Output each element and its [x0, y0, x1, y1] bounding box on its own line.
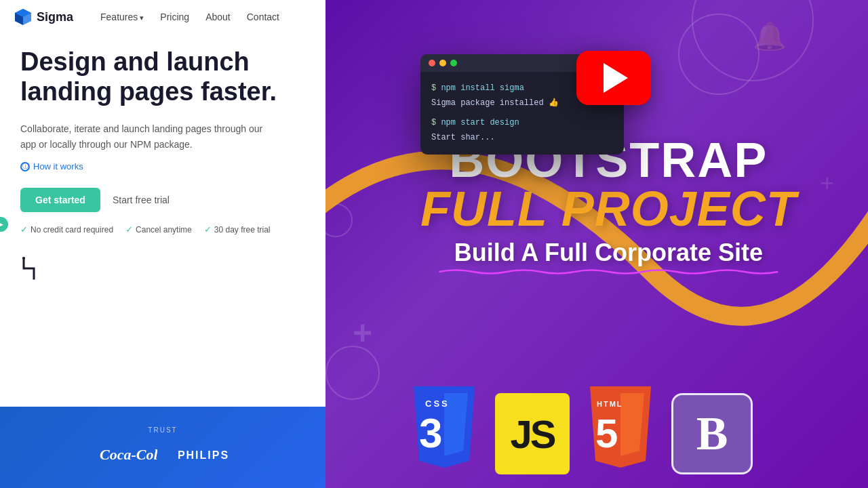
free-trial-label[interactable]: Start free trial: [113, 195, 170, 205]
terminal-line-3: $ npm start design: [431, 116, 613, 131]
play-triangle: [604, 63, 628, 93]
build-text: Build A Full Corporate Site: [420, 239, 797, 275]
hero-title: Design and launch landing pages faster.: [20, 47, 312, 106]
hero-description: Collaborate, iterate and launch landing …: [20, 121, 278, 152]
nav-contact[interactable]: Contact: [247, 12, 279, 22]
badge-free-trial: ✓ 30 day free trial: [204, 224, 271, 235]
bootstrap-badge: B: [671, 393, 753, 474]
css3-icon: CSS 3: [407, 386, 481, 474]
logo-text: Sigma: [37, 10, 73, 24]
logo[interactable]: Sigma: [14, 7, 73, 26]
prompt-2: $: [431, 118, 441, 127]
css3-svg: CSS 3: [407, 386, 481, 474]
left-website-preview: Sigma Features Pricing About Contact Des…: [0, 0, 326, 488]
play-button-small[interactable]: ▶: [0, 217, 8, 232]
svg-text:CSS: CSS: [425, 399, 450, 409]
badge-text-3: 30 day free trial: [214, 225, 271, 235]
nav-pricing[interactable]: Pricing: [160, 12, 189, 22]
svg-point-0: [22, 257, 25, 260]
build-text-label: Build A Full Corporate Site: [454, 239, 763, 266]
navbar: Sigma Features Pricing About Contact: [0, 0, 326, 34]
cmd-1: npm install sigma: [441, 83, 524, 93]
logo-icon: [14, 7, 33, 26]
how-it-works-link[interactable]: ⓘ How it works: [20, 161, 312, 171]
coca-cola-logo: Coca-Cola: [96, 442, 157, 469]
check-icon-2: ✓: [125, 224, 133, 235]
check-icon-3: ✓: [204, 224, 212, 235]
deco-circle-3: [326, 346, 380, 400]
js-icon: JS: [495, 393, 570, 474]
html5-svg: HTML 5: [583, 386, 658, 474]
badge-cancel: ✓ Cancel anytime: [125, 224, 192, 235]
dot-green: [450, 60, 457, 66]
html5-badge: HTML 5: [583, 386, 658, 474]
cmd-2: npm start design: [441, 118, 519, 127]
deco-circle-2: [678, 14, 760, 95]
svg-text:3: 3: [419, 409, 442, 456]
cross-deco-1: +: [353, 313, 372, 352]
youtube-play-button[interactable]: [576, 51, 651, 105]
coca-cola-svg: Coca-Cola: [96, 442, 157, 466]
dot-red: [429, 60, 435, 66]
full-project-text: FULL PROJECT: [420, 184, 797, 233]
svg-text:Coca-Cola: Coca-Cola: [100, 446, 157, 463]
js-label: JS: [511, 411, 555, 457]
right-thumbnail: 🔔 + + $ npm install sigma Sigma package …: [312, 0, 868, 488]
philips-logo: PHILIPS: [178, 449, 229, 462]
nav-links: Features Pricing About Contact: [100, 12, 279, 22]
cta-row: Get started Start free trial: [20, 188, 312, 212]
wavy-underline: [420, 268, 797, 275]
dot-yellow: [439, 60, 446, 66]
js-badge: JS: [495, 393, 570, 474]
how-it-works-label: How it works: [33, 161, 83, 171]
how-circle-icon: ⓘ: [20, 162, 30, 171]
terminal-line-4: Start shar...: [431, 131, 613, 146]
step-decoration: [20, 255, 312, 289]
trusted-logos: Coca-Cola PHILIPS: [96, 442, 229, 469]
bootstrap-icon: B: [671, 393, 753, 474]
tech-icons-row: CSS 3 JS HTML 5: [407, 386, 753, 474]
svg-text:5: 5: [595, 411, 618, 456]
get-started-button[interactable]: Get started: [20, 188, 100, 212]
html5-icon: HTML 5: [583, 386, 658, 474]
main-title-area: BOOTSTRAP FULL PROJECT Build A Full Corp…: [420, 136, 797, 275]
badge-text-2: Cancel anytime: [136, 225, 192, 235]
prompt-1: $: [431, 83, 441, 93]
bootstrap-label: B: [696, 410, 728, 458]
svg-text:HTML: HTML: [597, 400, 623, 408]
hero-content: Design and launch landing pages faster. …: [20, 47, 312, 289]
nav-about[interactable]: About: [205, 12, 231, 22]
check-icon-1: ✓: [20, 224, 28, 235]
nav-features[interactable]: Features: [100, 12, 144, 22]
badges-row: ✓ No credit card required ✓ Cancel anyti…: [20, 224, 312, 235]
cross-deco-2: +: [821, 169, 834, 197]
step-icon: [20, 255, 61, 282]
badge-text-1: No credit card required: [31, 225, 113, 235]
trusted-label: TRUST: [148, 426, 177, 434]
css3-badge: CSS 3: [407, 386, 481, 474]
badge-no-credit: ✓ No credit card required: [20, 224, 113, 235]
trusted-section: TRUST Coca-Cola PHILIPS: [0, 407, 326, 488]
